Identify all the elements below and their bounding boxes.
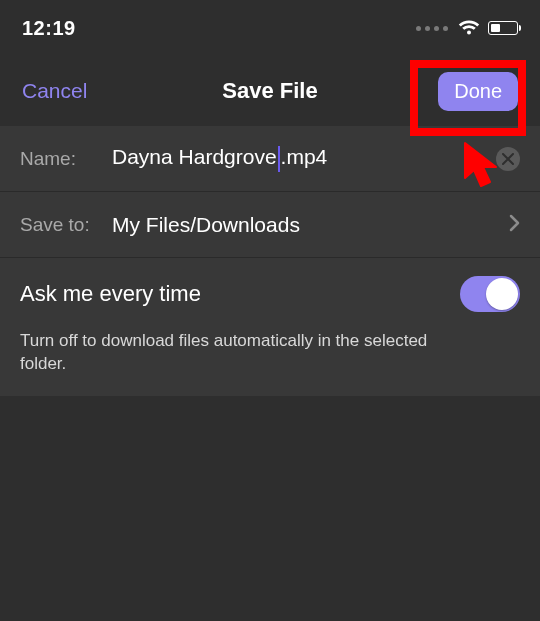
ask-section: Ask me every time Turn off to download f… (0, 258, 540, 396)
cancel-button[interactable]: Cancel (22, 79, 87, 103)
status-bar: 12:19 (0, 0, 540, 56)
clear-text-button[interactable] (496, 147, 520, 171)
filename-label: Name: (20, 148, 112, 170)
saveto-path: My Files/Downloads (112, 213, 508, 237)
text-caret (278, 146, 280, 172)
chevron-right-icon (508, 214, 520, 236)
filename-after-caret: .mp4 (281, 145, 328, 168)
saveto-label: Save to: (20, 214, 112, 236)
toggle-knob (486, 278, 518, 310)
page-title: Save File (222, 78, 317, 104)
cellular-dots-icon (416, 26, 448, 31)
wifi-icon (458, 20, 480, 36)
close-icon (502, 153, 514, 165)
ask-description: Turn off to download files automatically… (20, 330, 440, 376)
saveto-row[interactable]: Save to: My Files/Downloads (0, 192, 540, 258)
filename-input[interactable]: Dayna Hardgrove.mp4 (112, 145, 496, 171)
battery-icon (488, 21, 518, 35)
ask-every-time-label: Ask me every time (20, 281, 201, 307)
header: Cancel Save File Done (0, 56, 540, 126)
status-right (416, 20, 518, 36)
ask-every-time-toggle[interactable] (460, 276, 520, 312)
status-time: 12:19 (22, 17, 76, 40)
filename-row: Name: Dayna Hardgrove.mp4 (0, 126, 540, 192)
done-button[interactable]: Done (438, 72, 518, 111)
filename-before-caret: Dayna Hardgrove (112, 145, 277, 168)
